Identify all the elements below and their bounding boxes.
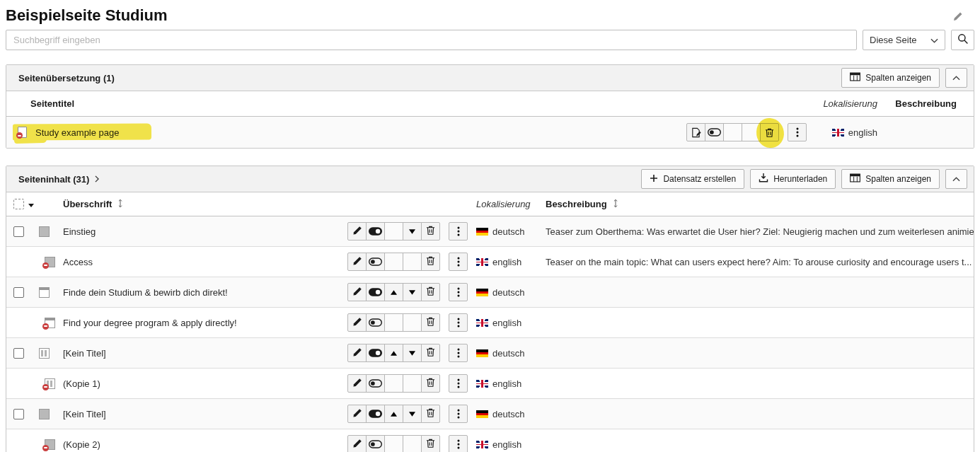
- delete-button[interactable]: [421, 435, 440, 452]
- select-all-checkbox[interactable]: [13, 199, 24, 209]
- language-label: english: [492, 439, 521, 450]
- description-cell: Teaser zum Oberthema: Was erwartet die U…: [533, 226, 974, 237]
- list-module: Beispielseite Studium Diese Seite Seiten…: [0, 0, 980, 452]
- show-columns-button[interactable]: Spalten anzeigen: [841, 169, 940, 189]
- content-panel-title[interactable]: Seiteninhalt (31): [18, 174, 99, 185]
- record-title[interactable]: Access: [63, 257, 347, 267]
- edit-record-button[interactable]: [347, 374, 367, 393]
- search-icon: [957, 33, 969, 47]
- visibility-toggle-button[interactable]: [366, 222, 385, 241]
- move-up-button[interactable]: [384, 405, 403, 423]
- content-table-header: Überschrift Lokalisierung Beschreibung: [6, 192, 974, 216]
- language-label: english: [492, 318, 521, 328]
- record-title[interactable]: Einstieg: [63, 226, 347, 237]
- record-title[interactable]: (Kopie 2): [63, 439, 347, 450]
- delete-button[interactable]: [421, 344, 440, 362]
- move-down-button[interactable]: [403, 344, 422, 362]
- record-title[interactable]: [Kein Titel]: [63, 348, 347, 359]
- more-options-button[interactable]: [449, 435, 468, 452]
- edit-record-button[interactable]: [347, 435, 367, 452]
- edit-record-button[interactable]: [347, 283, 367, 301]
- edit-record-button[interactable]: [347, 405, 367, 423]
- table-row: (Kopie 1) english: [6, 369, 974, 399]
- edit-record-button[interactable]: [347, 313, 367, 332]
- row-checkbox[interactable]: [13, 287, 24, 298]
- table-row: Find your degree program & apply directl…: [6, 308, 974, 338]
- content-grid-icon: [45, 378, 59, 389]
- trash-icon: [426, 225, 435, 238]
- delete-button[interactable]: [421, 222, 440, 241]
- more-options-button[interactable]: [449, 344, 468, 362]
- content-panel-actions: Datensatz erstellen Herunterladen Spalte…: [641, 169, 967, 189]
- delete-button[interactable]: [760, 123, 779, 141]
- localization-cell: english: [476, 378, 533, 389]
- more-options-button[interactable]: [449, 405, 468, 423]
- language-label: english: [848, 127, 877, 138]
- create-record-button[interactable]: Datensatz erstellen: [641, 169, 744, 189]
- edit-record-button[interactable]: [347, 344, 367, 362]
- collapse-panel-button[interactable]: [945, 169, 967, 189]
- more-options-button[interactable]: [449, 374, 468, 393]
- sort-ueberschrift-button[interactable]: Überschrift: [63, 199, 123, 210]
- edit-record-button[interactable]: [347, 222, 367, 241]
- edit-record-button[interactable]: [686, 123, 705, 141]
- move-up-button[interactable]: [384, 344, 403, 362]
- column-lokalisierung: Lokalisierung: [476, 199, 540, 209]
- move-up-button: [723, 123, 742, 141]
- visibility-toggle-button[interactable]: [366, 253, 385, 271]
- record-title[interactable]: (Kopie 1): [63, 378, 347, 389]
- search-button[interactable]: [951, 30, 974, 50]
- visibility-toggle-button[interactable]: [366, 344, 385, 362]
- more-options-button[interactable]: [449, 222, 468, 241]
- caret-down-icon: [28, 199, 34, 209]
- visibility-toggle-button[interactable]: [366, 283, 385, 301]
- delete-button[interactable]: [421, 283, 440, 301]
- move-down-button[interactable]: [403, 222, 422, 241]
- visibility-toggle-button[interactable]: [366, 374, 385, 393]
- visibility-toggle-button[interactable]: [366, 435, 385, 452]
- row-checkbox[interactable]: [13, 409, 24, 419]
- record-title[interactable]: Finde dein Studium & bewirb dich direkt!: [63, 287, 347, 298]
- edit-title-pencil-icon[interactable]: [952, 11, 963, 25]
- visibility-toggle-button[interactable]: [705, 123, 724, 141]
- row-checkbox[interactable]: [13, 348, 24, 359]
- delete-button[interactable]: [421, 374, 440, 393]
- move-down-button[interactable]: [403, 405, 422, 423]
- edit-record-button[interactable]: [347, 253, 367, 271]
- show-columns-label: Spalten anzeigen: [865, 174, 931, 184]
- visibility-toggle-button[interactable]: [366, 313, 385, 332]
- more-options-button[interactable]: [788, 123, 807, 141]
- delete-button[interactable]: [421, 405, 440, 423]
- record-actions: [347, 313, 440, 332]
- page-translation-panel: Seitenübersetzung (1) Spalten anzeigen S…: [6, 64, 974, 149]
- more-options-button[interactable]: [449, 253, 468, 271]
- pencil-icon: [352, 317, 362, 329]
- chevron-right-icon: [95, 174, 99, 185]
- visibility-toggle-button[interactable]: [366, 405, 385, 423]
- more-options-button[interactable]: [449, 283, 468, 301]
- show-columns-button[interactable]: Spalten anzeigen: [841, 68, 940, 88]
- trash-icon: [426, 377, 435, 390]
- translation-table-header: Seitentitel Lokalisierung Beschreibung: [6, 91, 974, 117]
- delete-button[interactable]: [421, 253, 440, 271]
- collapse-panel-button[interactable]: [945, 68, 967, 88]
- record-title[interactable]: Study example page: [35, 127, 120, 138]
- delete-button[interactable]: [421, 313, 440, 332]
- select-all-dropdown[interactable]: [13, 199, 63, 209]
- download-button[interactable]: Herunterladen: [750, 169, 836, 189]
- move-down-button: [403, 374, 422, 393]
- record-title[interactable]: Find your degree program & apply directl…: [63, 318, 347, 328]
- move-down-button[interactable]: [403, 283, 422, 301]
- search-scope-select[interactable]: Diese Seite: [863, 30, 945, 50]
- row-checkbox[interactable]: [13, 226, 24, 237]
- column-beschreibung[interactable]: Beschreibung: [877, 98, 957, 109]
- move-down-button: [742, 123, 761, 141]
- record-title[interactable]: [Kein Titel]: [63, 409, 347, 419]
- search-input[interactable]: [6, 30, 857, 50]
- chevron-up-icon: [952, 73, 960, 83]
- language-label: deutsch: [492, 287, 525, 298]
- move-up-button[interactable]: [384, 283, 403, 301]
- trash-icon: [426, 347, 435, 359]
- sort-beschreibung-button[interactable]: Beschreibung: [546, 199, 618, 210]
- more-options-button[interactable]: [449, 313, 468, 332]
